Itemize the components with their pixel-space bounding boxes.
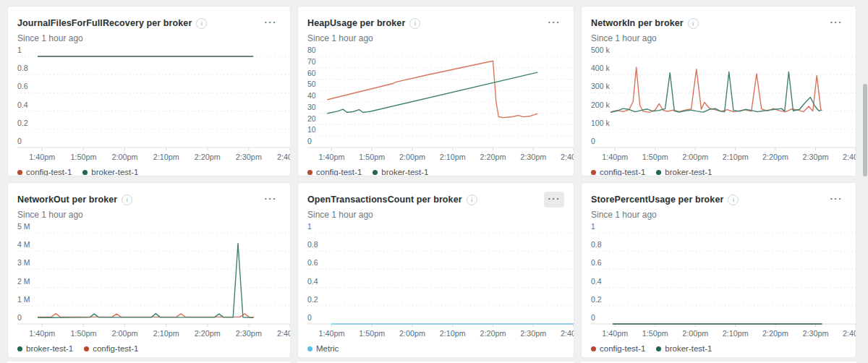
legend-item[interactable]: broker-test-1 [17,344,73,353]
panel-title: JournalFilesForFullRecovery per broker [17,18,192,28]
info-icon[interactable]: i [122,195,132,205]
svg-text:1:50pm: 1:50pm [359,153,385,161]
svg-text:80: 80 [307,47,316,54]
legend-dot-icon [307,170,312,175]
svg-text:2:40pm: 2:40pm [561,153,574,161]
legend-label: config-test-1 [93,344,138,353]
svg-text:70: 70 [307,57,316,66]
svg-text:0.8: 0.8 [17,64,28,72]
svg-text:2 M: 2 M [17,277,30,286]
svg-text:1:50pm: 1:50pm [359,329,385,338]
panel-menu-button[interactable]: ··· [260,192,281,208]
svg-text:2:30pm: 2:30pm [803,329,829,338]
svg-text:5 M: 5 M [17,223,30,231]
panel-subtitle: Since 1 hour ago [591,33,846,44]
legend-item[interactable]: Metric [307,344,339,353]
svg-text:50: 50 [307,80,316,88]
legend-label: broker-test-1 [91,168,138,176]
panel-title: HeapUsage per broker [307,18,405,28]
svg-text:30: 30 [307,103,316,111]
legend-item[interactable]: broker-test-1 [82,168,138,176]
svg-text:0.6: 0.6 [307,258,318,267]
svg-text:2:30pm: 2:30pm [520,153,546,161]
legend-item[interactable]: config-test-1 [84,344,138,353]
panel-title: NetworkOut per broker [17,195,117,205]
svg-text:500 k: 500 k [591,47,610,54]
svg-text:1:40pm: 1:40pm [602,153,628,161]
panel-menu-button[interactable]: ··· [826,192,847,208]
svg-text:0.8: 0.8 [307,240,318,249]
info-icon[interactable]: i [467,195,477,205]
legend-item[interactable]: broker-test-1 [656,344,712,353]
legend-label: Metric [316,344,339,353]
line-chart[interactable]: 807060504030201001:40pm1:50pm2:00pm2:10p… [307,47,574,167]
svg-text:400 k: 400 k [591,64,610,72]
legend-label: broker-test-1 [26,344,73,353]
svg-text:2:20pm: 2:20pm [195,153,221,161]
info-icon[interactable]: i [688,18,699,29]
svg-text:0: 0 [591,313,595,322]
svg-text:2:30pm: 2:30pm [236,153,262,161]
svg-text:2:30pm: 2:30pm [236,329,262,338]
panel-subtitle: Since 1 hour ago [17,33,281,44]
info-icon[interactable]: i [196,18,207,29]
svg-text:2:10pm: 2:10pm [440,153,466,161]
chart-legend: config-test-1 broker-test-1 [591,344,846,353]
svg-text:2:10pm: 2:10pm [153,153,179,161]
chart-legend: config-test-1 broker-test-1 [591,168,846,176]
svg-text:2:00pm: 2:00pm [112,153,138,161]
svg-text:0.4: 0.4 [591,277,602,286]
legend-item[interactable]: config-test-1 [17,168,72,176]
legend-item[interactable]: config-test-1 [307,168,362,176]
svg-text:0: 0 [591,137,595,145]
svg-text:100 k: 100 k [591,119,610,127]
legend-label: broker-test-1 [665,344,712,353]
chart-legend: broker-test-1 config-test-1 [17,344,281,353]
legend-dot-icon [591,170,596,175]
line-chart[interactable]: 500 k400 k300 k200 k100 k01:40pm1:50pm2:… [591,47,856,167]
legend-label: config-test-1 [26,168,72,176]
chart-panel-opentransactions: OpenTransactionsCount per broker i ··· S… [297,182,574,358]
legend-dot-icon [307,346,312,351]
info-icon[interactable]: i [409,18,420,29]
svg-text:0: 0 [17,313,22,322]
info-icon[interactable]: i [728,195,739,205]
legend-dot-icon [656,346,661,351]
svg-text:1: 1 [591,223,595,231]
svg-text:2:40pm: 2:40pm [277,329,290,338]
svg-text:2:40pm: 2:40pm [843,329,856,338]
legend-item[interactable]: broker-test-1 [373,168,428,176]
panel-menu-button[interactable]: ··· [544,15,565,31]
legend-item[interactable]: config-test-1 [591,168,645,176]
svg-text:0.2: 0.2 [307,295,318,304]
line-chart[interactable]: 5 M4 M3 M2 M1 M01:40pm1:50pm2:00pm2:10pm… [17,223,290,343]
svg-text:1:40pm: 1:40pm [29,153,55,161]
panel-subtitle: Since 1 hour ago [591,210,846,221]
svg-text:0.6: 0.6 [591,258,602,267]
legend-item[interactable]: broker-test-1 [656,168,712,176]
panel-title: NetworkIn per broker [591,18,684,28]
legend-item[interactable]: config-test-1 [591,344,645,353]
svg-text:0.4: 0.4 [17,101,28,109]
svg-text:2:10pm: 2:10pm [723,153,749,161]
svg-text:0.4: 0.4 [307,277,318,286]
line-chart[interactable]: 10.80.60.40.201:40pm1:50pm2:00pm2:10pm2:… [307,223,574,343]
legend-dot-icon [84,346,89,351]
line-chart[interactable]: 10.80.60.40.201:40pm1:50pm2:00pm2:10pm2:… [17,47,290,167]
panel-title: OpenTransactionsCount per broker [307,195,462,205]
svg-text:2:20pm: 2:20pm [480,329,506,338]
dashboard-grid: JournalFilesForFullRecovery per broker i… [7,6,856,358]
chart-panel-journalfiles: JournalFilesForFullRecovery per broker i… [7,6,291,176]
legend-label: broker-test-1 [381,168,428,176]
svg-text:1: 1 [17,47,22,54]
panel-menu-button[interactable]: ··· [544,192,565,208]
svg-text:2:20pm: 2:20pm [195,329,221,338]
vertical-scrollbar[interactable] [863,84,867,176]
svg-text:1:40pm: 1:40pm [318,329,344,338]
svg-text:1:40pm: 1:40pm [318,153,344,161]
legend-dot-icon [17,346,22,351]
panel-menu-button[interactable]: ··· [260,15,281,31]
legend-label: config-test-1 [600,168,645,176]
panel-menu-button[interactable]: ··· [826,15,847,31]
line-chart[interactable]: 10.80.60.40.201:40pm1:50pm2:00pm2:10pm2:… [591,223,856,343]
